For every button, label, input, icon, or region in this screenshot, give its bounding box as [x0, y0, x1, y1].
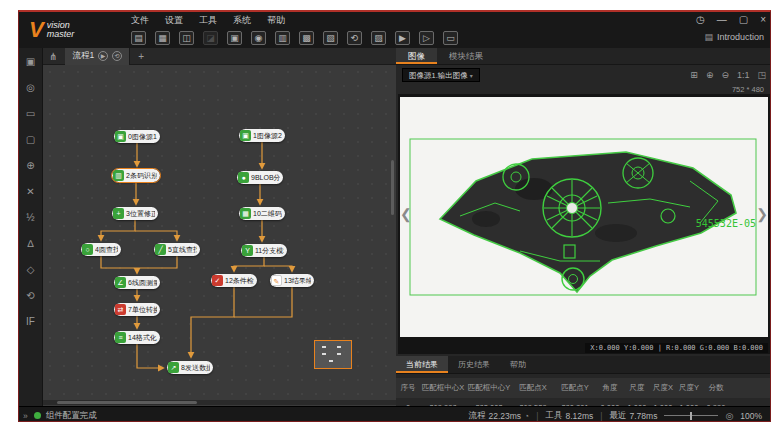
menu-item-工具[interactable]: 工具 — [199, 14, 217, 27]
flow-horizontal-scrollbar[interactable] — [43, 400, 396, 405]
flow-node-6线圆测量1[interactable]: ∠6线圆测量1 — [114, 276, 160, 289]
front-run-icon[interactable]: ▭ — [443, 31, 458, 45]
save-icon[interactable]: ▤ — [131, 31, 146, 45]
introduction-link[interactable]: ▤ Introduction — [704, 32, 764, 42]
node-type-icon: ○ — [82, 244, 93, 255]
flow-canvas[interactable]: ▣0图像源1▥2条码识别…+3位置修正1○4圆查找1╱5直线查找1∠6线圆测量1… — [43, 65, 396, 406]
flow-node-9BLOB分析1[interactable]: ●9BLOB分析1 — [237, 171, 283, 184]
node-type-icon: Y — [242, 245, 253, 256]
flow-node-14格式化1[interactable]: ≡14格式化1 — [114, 331, 160, 344]
menu-item-系统[interactable]: 系统 — [233, 14, 251, 27]
close-button[interactable]: × — [760, 14, 766, 26]
viewer-tab-模块结果[interactable]: 模块结果 — [437, 48, 495, 64]
timing-流程: 流程22.23ms◔ — [468, 410, 529, 422]
run-continuous-icon[interactable]: ▶ — [395, 31, 410, 45]
image-tool-icon[interactable]: ▭ — [23, 108, 39, 119]
flow-node-13结果绘图1[interactable]: ✎13结果绘图1 — [270, 274, 314, 287]
flow-node-12条件检测1[interactable]: ✓12条件检测1 — [211, 274, 257, 287]
image-source-select[interactable]: 图像源1.输出图像 ▾ — [402, 68, 480, 82]
zoom-out-icon[interactable]: ⊖ — [721, 70, 729, 80]
flow-node-3位置修正1[interactable]: +3位置修正1 — [112, 207, 158, 220]
location-tool-icon[interactable]: ◎ — [23, 82, 39, 93]
flow-node-1图像源2[interactable]: ▣1图像源2 — [239, 129, 285, 142]
timing-label: 工具 — [545, 410, 562, 422]
split-view-icon[interactable]: ▥ — [275, 31, 290, 45]
flow-node-10二维码…[interactable]: ▦10二维码… — [239, 207, 285, 220]
timing-label: 流程 — [468, 410, 485, 422]
image-viewer[interactable]: 545532E-05 ❮ ❯ X:0.000 Y:0.000 | R:0.000… — [398, 94, 770, 354]
run-once-icon[interactable]: ▷ — [419, 31, 434, 45]
minimize-button[interactable]: — — [717, 14, 727, 26]
communication-tool-icon[interactable]: ⟲ — [23, 290, 39, 301]
node-label: 9BLOB分析1 — [251, 173, 280, 183]
node-label: 2条码识别… — [126, 171, 157, 181]
zoom-in-icon[interactable]: ⊕ — [706, 70, 714, 80]
node-label: 8发送数据1 — [181, 363, 210, 373]
flow-tree-icon[interactable]: ⋔ — [49, 51, 57, 62]
logic-tool-icon[interactable]: IF — [23, 316, 39, 327]
global-script-icon[interactable]: ▨ — [371, 31, 386, 45]
flow-node-5直线查找1[interactable]: ╱5直线查找1 — [154, 243, 200, 256]
statusbar-expander[interactable]: » — [23, 411, 28, 421]
logo-text: visionmaster — [47, 21, 75, 39]
add-flow-tab-button[interactable]: + — [138, 51, 144, 62]
result-tab-帮助[interactable]: 帮助 — [500, 356, 536, 373]
flow-edge-14 — [191, 287, 234, 357]
result-tab-当前结果[interactable]: 当前结果 — [396, 356, 448, 373]
timing-label: 最近 — [610, 410, 627, 422]
flow-edge-12 — [234, 257, 264, 271]
stopwatch-icon: ◔ — [524, 411, 529, 421]
header: V visionmaster 文件设置工具系统帮助 ▤▦◫◪▣◉▥▩▧⟲▨▶▷▭… — [19, 12, 771, 48]
flow-node-4圆查找1[interactable]: ○4圆查找1 — [81, 243, 121, 256]
node-type-icon: ⇄ — [115, 304, 126, 315]
separator: | — [600, 411, 602, 421]
restore-button[interactable]: ▢ — [739, 14, 748, 26]
roi-tool-icon[interactable]: ▢ — [23, 134, 39, 145]
export-icon[interactable]: ◫ — [179, 31, 194, 45]
measure-tool-icon[interactable]: ⊕ — [23, 160, 39, 171]
deep-learning-tool-icon[interactable]: ◇ — [23, 264, 39, 275]
flow-node-11分支模块1[interactable]: Y11分支模块1 — [241, 244, 287, 257]
result-tab-历史结果[interactable]: 历史结果 — [448, 356, 500, 373]
node-label: 3位置修正1 — [126, 209, 155, 219]
flow-node-7单位转换1[interactable]: ⇄7单位转换1 — [114, 303, 160, 316]
introduction-label: Introduction — [717, 32, 764, 42]
flow-loop-icon[interactable]: ⟲ — [112, 51, 122, 61]
flow-node-0图像源1[interactable]: ▣0图像源1 — [114, 130, 160, 143]
inspection-image: 545532E-05 — [400, 97, 768, 337]
canvas-zoom-slider[interactable] — [664, 412, 718, 420]
status-message: 组件配置完成 — [46, 410, 97, 422]
node-label: 14格式化1 — [128, 333, 157, 343]
io-settings-icon[interactable]: ▩ — [299, 31, 314, 45]
flow-node-2条码识别…[interactable]: ▥2条码识别… — [112, 169, 160, 182]
flow-minimap[interactable] — [314, 340, 352, 369]
communication-icon[interactable]: ⟲ — [347, 31, 362, 45]
open-icon[interactable]: ▦ — [155, 31, 170, 45]
calc-tool-icon[interactable]: ½ — [23, 212, 39, 223]
flow-run-icon[interactable]: ▶ — [98, 51, 108, 61]
camera-icon[interactable]: ◉ — [251, 31, 266, 45]
column-header-角度: 角度 — [596, 378, 624, 398]
node-type-icon: ▣ — [240, 130, 251, 141]
recognition-tool-icon[interactable]: ∆ — [23, 238, 39, 249]
prev-image-chevron[interactable]: ❮ — [400, 206, 412, 222]
menu-bar: 文件设置工具系统帮助 — [131, 14, 285, 27]
flow-node-8发送数据1[interactable]: ↗8发送数据1 — [167, 361, 213, 374]
module-icon[interactable]: ▧ — [323, 31, 338, 45]
viewer-tab-图像[interactable]: 图像 — [396, 48, 437, 64]
flow-vertical-scrollbar[interactable] — [390, 65, 395, 400]
image-overlay-graphics: 545532E-05 — [400, 97, 768, 337]
node-type-icon: ≡ — [115, 332, 126, 343]
menu-item-设置[interactable]: 设置 — [165, 14, 183, 27]
fullscreen-icon[interactable]: ◳ — [757, 70, 766, 80]
acquisition-tool-icon[interactable]: ▣ — [23, 56, 39, 67]
menu-item-文件[interactable]: 文件 — [131, 14, 149, 27]
fit-view-icon[interactable]: ⊞ — [690, 70, 698, 80]
clock-button[interactable]: ◷ — [696, 14, 705, 26]
defect-tool-icon[interactable]: ✕ — [23, 186, 39, 197]
next-image-chevron[interactable]: ❯ — [756, 206, 768, 222]
flow-tab-process1[interactable]: 流程1 ▶ ⟲ — [65, 48, 130, 65]
one-to-one-icon[interactable]: 1:1 — [737, 70, 750, 80]
window-layout-icon[interactable]: ▣ — [227, 31, 242, 45]
menu-item-帮助[interactable]: 帮助 — [267, 14, 285, 27]
